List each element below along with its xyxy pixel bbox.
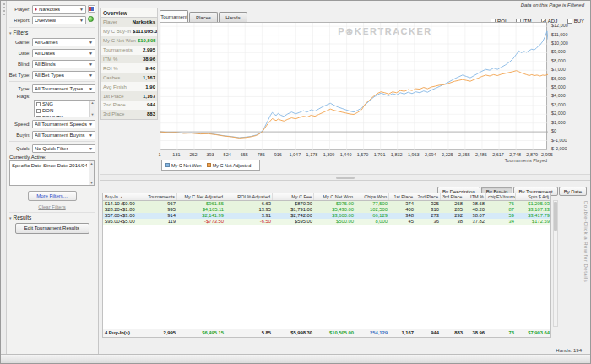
scrollbar-thumb[interactable] [554,202,557,231]
tab-hands[interactable]: Hands [219,12,247,22]
more-filters-button[interactable]: More Filters... [28,191,77,201]
column-header-my-c-net-won[interactable]: My C Net Won [314,193,355,200]
scroll-up-icon[interactable]: ▲ [91,101,95,105]
stat-value: Narkotiks [133,19,155,24]
results-chart: P⊛KERTRACKER [160,22,547,150]
table-cell: 38.68 [464,201,486,207]
table-cell: 40.20 [464,207,486,213]
game-select-value: All Games [35,40,58,45]
flags-label: Flags: [8,94,32,99]
chart-legend: My C Net Won My C Net Adjusted [161,160,260,171]
blind-select-value: All Blinds [35,62,56,67]
chevron-down-icon: ▼ [89,133,93,138]
column-header-itm-[interactable]: ITM % [464,193,486,200]
edit-tournament-results-button[interactable]: Edit Tournament Results [15,223,89,234]
summary-cell: 4 Buy-In(s) [103,329,144,337]
legend-label: My C Net Won [171,163,202,168]
report-select-value: Overview [35,18,56,23]
column-header-chipev-tourney[interactable]: chipEV/tourney [486,193,516,200]
summary-cell: 883 [441,329,464,337]
y-tick-label: $7,000 [551,67,566,72]
date-select[interactable]: All Dates▼ [32,49,95,57]
scroll-up-icon[interactable]: ▲ [90,161,94,166]
grid-body: $14.10+$0.90967$961.556.63$870.30$975.00… [103,201,550,225]
checkbox-icon[interactable] [36,102,41,106]
speed-select[interactable]: All Tournament Speeds▼ [32,120,95,128]
column-header-my-c-fee[interactable]: My C Fee [273,193,314,200]
filters-section-header[interactable]: ▾ Filters [9,27,95,35]
checkbox-icon[interactable] [36,109,41,113]
table-row[interactable]: $57.00+$3.00914$2,141.993.91$2,742.00$3,… [103,213,550,219]
column-header-buy-in[interactable]: Buy-In ▲ [103,193,144,200]
splitter-grip-icon[interactable] [3,3,5,15]
flag-item-bounty[interactable]: BOUNTY [35,114,95,117]
flags-listbox[interactable]: SNG DON BOUNTY ▲▼ [34,100,95,117]
grid-scrollbar[interactable] [553,200,558,327]
table-cell: 995 [144,207,177,213]
results-section-header[interactable]: ▾ Results [9,212,95,220]
player-manager-icon[interactable] [88,5,95,13]
scroll-down-icon[interactable]: ▼ [89,181,94,185]
summary-cell: 254,129 [355,329,389,337]
chevron-down-icon: ▼ [89,73,93,78]
bet-type-select[interactable]: All Bet Types▼ [32,71,95,79]
column-header-1st-place[interactable]: 1st Place [389,193,415,200]
summary-cell: $6,495.15 [177,329,225,337]
horizontal-splitter[interactable] [100,174,590,181]
column-header-roi-adjusted[interactable]: ROI % Adjusted [225,193,273,200]
main-area: Overview PlayerNarkotiksMy C Buy-In$111,… [100,1,590,354]
column-header-spin-adj[interactable]: Spin $ Adj [516,193,551,200]
checkbox-icon[interactable] [36,116,41,118]
stat-label: My C Net Won [103,38,136,43]
flag-item-sng[interactable]: SNG [35,101,95,107]
scroll-down-icon[interactable]: ▼ [90,112,95,117]
column-header-2nd-place[interactable]: 2nd Place [415,193,441,200]
summary-cell: 1,167 [389,329,415,337]
table-cell: -6.50 [225,219,273,225]
quick-filter-select[interactable]: No Quick Filter▼ [32,144,95,153]
stat-label: My C Buy-In [103,29,131,34]
table-row[interactable]: $28.20+$1.80995$4,165.1113.95$1,791.00$5… [103,207,550,213]
splitter-handle-icon[interactable] [336,177,355,179]
grid-summary-row: 4 Buy-In(s)2,995$6,495.155.85$5,998.30$1… [103,329,550,337]
stat-value: 1.90 [145,84,155,90]
tab-tournament[interactable]: Tournament [160,10,188,22]
table-row[interactable]: $95.00+$5.00119-$773.50-6.50$595.00$500.… [103,219,550,225]
currently-active-box[interactable]: Specific Date Since Date 2016/04/03 ▲▼ [9,160,95,186]
date-label: Date: [8,51,32,56]
by-date-button[interactable]: By Date [559,187,587,196]
y-tick-label: $-2,000 [551,146,567,151]
flags-scrollbar[interactable]: ▲▼ [89,101,95,117]
table-cell: $2,742.00 [273,213,314,219]
sidebar-collapse-strip[interactable] [1,1,7,354]
legend-swatch-blue [165,163,170,167]
player-select[interactable]: ♦ Narkotiks ▼ [32,5,86,14]
table-cell: 76 [486,201,516,207]
table-cell: $975.00 [314,201,355,207]
active-box-scrollbar[interactable]: ▲▼ [89,161,94,185]
stat-label: ROI % [103,66,118,71]
y-tick-label: $0 [551,128,556,133]
clear-filters-link[interactable]: Clear Filters [8,204,95,209]
tab-places[interactable]: Places [189,12,218,22]
table-cell: 273 [415,213,441,219]
summary-cell: $10,505.00 [314,329,355,337]
table-cell: 310 [415,207,441,213]
table-row[interactable]: $14.10+$0.90967$961.556.63$870.30$975.00… [103,201,550,207]
legend-item-net-won: My C Net Won [165,163,202,168]
column-header-chips-won[interactable]: Chips Won [355,193,389,200]
tournament-type-select[interactable]: All Tournament Types▼ [32,84,95,93]
stat-value: $111,095.00 [133,29,157,34]
column-header-my-c-net-adjusted[interactable]: My C Net Adjusted [177,193,225,200]
report-select[interactable]: Overview ▼ [32,16,86,24]
blind-select[interactable]: All Blinds▼ [32,60,95,68]
table-cell: 13.95 [225,207,273,213]
overview-stats-list: PlayerNarkotiksMy C Buy-In$111,095.00My … [101,18,157,119]
game-select[interactable]: All Games▼ [32,38,95,46]
buyin-select[interactable]: All Tournament Buyins▼ [32,131,95,139]
column-header-tournaments[interactable]: Tournaments [144,193,177,200]
flag-item-don[interactable]: DON [35,107,95,114]
column-header-3rd-place[interactable]: 3rd Place [441,193,464,200]
y-tick-label: $4,000 [551,93,566,98]
table-cell: $57.00+$3.00 [103,213,144,219]
